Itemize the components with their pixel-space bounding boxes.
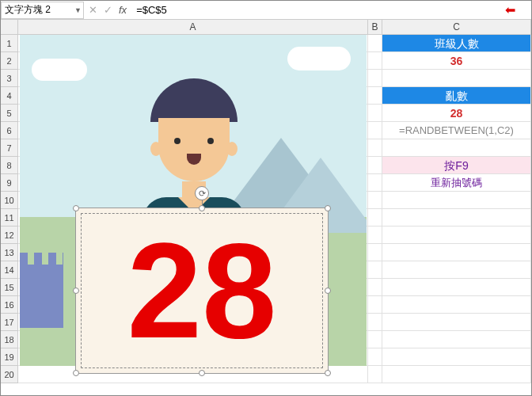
cell[interactable] [382, 244, 531, 261]
cell-grid[interactable]: 班級人數 36 亂數 28 =RANDBETWEEN(1,C2) 按F9 重新抽… [18, 35, 531, 383]
cell [368, 244, 382, 261]
cell [368, 314, 382, 331]
cell-c5[interactable]: 28 [382, 105, 531, 122]
cell [368, 70, 382, 87]
cell[interactable] [382, 209, 531, 227]
cell-c9[interactable]: 重新抽號碼 [382, 174, 531, 192]
cell [368, 227, 382, 244]
cell[interactable] [382, 261, 531, 279]
row-header[interactable]: 10 [1, 192, 18, 209]
spreadsheet: A B C 1 2 3 4 5 6 7 8 9 10 11 12 13 14 1… [1, 20, 531, 383]
column-header-A[interactable]: A [18, 20, 368, 34]
row-header[interactable]: 14 [1, 261, 18, 279]
row-header[interactable]: 3 [1, 70, 18, 87]
row-header[interactable]: 19 [1, 348, 18, 366]
cell[interactable] [382, 348, 531, 366]
rotate-handle-icon[interactable]: ⟳ [195, 186, 209, 200]
row-header[interactable]: 16 [1, 296, 18, 314]
row-header[interactable]: 1 [1, 35, 18, 52]
row-header[interactable]: 9 [1, 174, 18, 192]
formula-bar: 文字方塊 2 ▼ ✕ ✓ fx =$C$5 ⬅ [1, 1, 531, 20]
row-header[interactable]: 15 [1, 279, 18, 296]
castle-icon [20, 265, 63, 328]
row-header[interactable]: 13 [1, 244, 18, 261]
row-header[interactable]: 5 [1, 105, 18, 122]
arrow-annotation: ⬅ [505, 2, 531, 17]
cell[interactable] [382, 70, 531, 87]
cell[interactable] [382, 366, 531, 383]
row-header[interactable]: 6 [1, 122, 18, 139]
cell [368, 261, 382, 279]
cell[interactable] [382, 296, 531, 314]
cell [368, 331, 382, 348]
row-header[interactable]: 18 [1, 331, 18, 348]
select-all-corner[interactable] [1, 20, 18, 34]
text-box-content: 28 [81, 213, 323, 368]
row-header[interactable]: 4 [1, 87, 18, 105]
cell-c8[interactable]: 按F9 [382, 157, 531, 174]
row-header[interactable]: 17 [1, 314, 18, 331]
cloud-icon [32, 59, 87, 81]
resize-handle[interactable] [73, 287, 79, 294]
fx-icon[interactable]: fx [119, 4, 127, 16]
resize-handle[interactable] [325, 370, 331, 376]
resize-handle[interactable] [73, 370, 79, 376]
cell [368, 296, 382, 314]
resize-handle[interactable] [325, 287, 331, 294]
resize-handle[interactable] [73, 205, 79, 211]
column-headers: A B C [1, 20, 531, 35]
row-header[interactable]: 8 [1, 157, 18, 174]
resize-handle[interactable] [325, 205, 331, 211]
cell [368, 157, 382, 174]
cell [368, 105, 382, 122]
cloud-icon [287, 47, 351, 70]
text-box-shape[interactable]: ⟳ 28 [75, 208, 329, 374]
cell[interactable] [382, 331, 531, 348]
cell [368, 348, 382, 366]
cell [368, 122, 382, 139]
column-header-B[interactable]: B [368, 20, 382, 34]
cell-c1[interactable]: 班級人數 [382, 35, 531, 52]
row-header[interactable]: 11 [1, 209, 18, 227]
row-header[interactable]: 7 [1, 139, 18, 157]
cell[interactable] [382, 314, 531, 331]
resize-handle[interactable] [199, 370, 205, 376]
row-header[interactable]: 2 [1, 52, 18, 70]
row-header[interactable]: 12 [1, 227, 18, 244]
confirm-icon[interactable]: ✓ [104, 4, 112, 16]
formula-input[interactable]: =$C$5 [131, 4, 505, 16]
cell[interactable] [382, 139, 531, 157]
name-box[interactable]: 文字方塊 2 ▼ [1, 2, 84, 19]
cell[interactable] [382, 192, 531, 209]
cancel-icon[interactable]: ✕ [89, 4, 97, 16]
chevron-down-icon[interactable]: ▼ [74, 6, 82, 14]
formula-bar-buttons: ✕ ✓ fx [84, 4, 131, 16]
cell [368, 279, 382, 296]
name-box-value: 文字方塊 2 [5, 3, 51, 17]
resize-handle[interactable] [199, 205, 205, 211]
cell[interactable] [382, 227, 531, 244]
cell [368, 87, 382, 105]
cell [368, 366, 382, 383]
cell [368, 174, 382, 192]
row-headers: 1 2 3 4 5 6 7 8 9 10 11 12 13 14 15 16 1… [1, 35, 18, 383]
cell-c2[interactable]: 36 [382, 52, 531, 70]
column-header-C[interactable]: C [382, 20, 531, 34]
cell [368, 139, 382, 157]
cell [368, 52, 382, 70]
cell [368, 35, 382, 52]
display-number: 28 [127, 223, 276, 358]
cell-c6[interactable]: =RANDBETWEEN(1,C2) [382, 122, 531, 139]
cell-c4[interactable]: 亂數 [382, 87, 531, 105]
cell[interactable] [382, 279, 531, 296]
cell [368, 209, 382, 227]
cell [368, 192, 382, 209]
row-header[interactable]: 20 [1, 366, 18, 383]
